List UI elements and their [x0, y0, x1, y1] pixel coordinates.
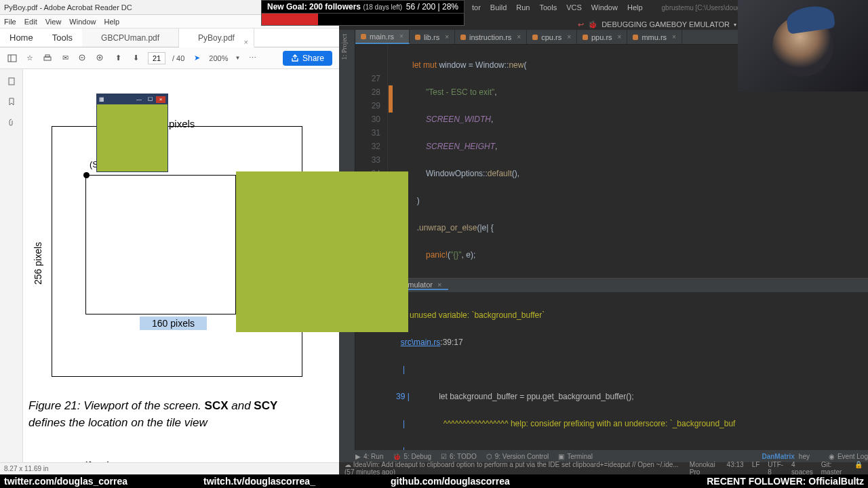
menu-run[interactable]: Run — [516, 3, 530, 12]
svg-rect-2 — [44, 57, 51, 60]
rust-file-icon — [633, 35, 638, 40]
menu-item[interactable]: tor — [472, 3, 481, 12]
chevron-down-icon[interactable]: ▾ — [734, 22, 736, 28]
tool-debug[interactable]: 🐞 5: Debug — [393, 453, 431, 460]
file-encoding[interactable]: UTF-8 — [768, 461, 783, 476]
github-link: github.com/douglascorrea — [391, 476, 510, 487]
caret-position[interactable]: 43:13 — [727, 461, 744, 476]
emulator-output-overlay — [236, 171, 408, 332]
svg-rect-9 — [9, 78, 14, 85]
close-icon[interactable]: × — [437, 281, 441, 289]
attachment-icon[interactable] — [6, 117, 17, 127]
tab-cpu-rs[interactable]: cpu.rs× — [527, 30, 577, 44]
rust-file-icon — [460, 35, 466, 40]
close-icon[interactable]: × — [243, 33, 248, 52]
stream-info-bar: twitter.com/douglas_correa twitch.tv/dou… — [0, 474, 868, 488]
twitch-link: twitch.tv/douglascorrea_ — [203, 476, 315, 487]
acrobat-toolbar: ☆ ✉ ⬆ ⬇ / 40 ➤ 200% ▼ ⋯ Share — [0, 47, 339, 69]
menu-build[interactable]: Build — [490, 3, 507, 12]
goal-days: (18 days left) — [363, 3, 402, 11]
git-branch[interactable]: Git: master — [821, 461, 846, 476]
doc-tab-pyboy[interactable]: PyBoy.pdf× — [179, 28, 254, 47]
close-icon[interactable]: × — [517, 30, 521, 45]
emulator-window-small[interactable]: ▦ — ☐ × — [96, 94, 168, 172]
star-icon[interactable]: ☆ — [24, 53, 35, 64]
run-config-label: DEBUGGING GAMEBOY EMULATOR — [601, 20, 730, 28]
bookmark-icon[interactable] — [6, 96, 17, 107]
zoom-in-icon[interactable] — [95, 53, 106, 64]
ide-statusbar: ☁ IdeaVim: Add ideaput to clipboard opti… — [339, 462, 868, 474]
tab-instruction-rs[interactable]: instruction.rs× — [455, 30, 527, 44]
chevron-down-icon[interactable]: ▼ — [235, 55, 241, 61]
tool-terminal[interactable]: ▣ Terminal — [558, 453, 593, 460]
tool-todo[interactable]: ☑ 6: TODO — [441, 453, 477, 460]
menu-vcs[interactable]: VCS — [566, 3, 582, 12]
zoom-out-icon[interactable] — [77, 53, 88, 64]
acrobat-tools-tab[interactable]: Tools — [43, 28, 82, 47]
close-icon[interactable]: × — [156, 96, 165, 103]
menu-file[interactable]: File — [4, 18, 16, 26]
tab-main-rs[interactable]: main.rs× — [355, 30, 410, 44]
zoom-level[interactable]: 200% — [209, 54, 228, 62]
page-input[interactable] — [148, 52, 165, 64]
goal-text: New Goal: 200 followers — [267, 2, 361, 12]
indent-setting[interactable]: 4 spaces — [791, 461, 813, 476]
doc-tab-label: PyBoy.pdf — [198, 33, 235, 43]
line-ending[interactable]: LF — [752, 461, 760, 476]
ideavim-tip: ☁ IdeaVim: Add ideaput to clipboard opti… — [344, 461, 680, 476]
page-down-icon[interactable]: ⬇ — [130, 53, 141, 64]
acrobat-home-tab[interactable]: Home — [0, 28, 43, 47]
recent-follower: RECENT FOLLOWER: OfficialBultz — [707, 476, 864, 487]
menu-tools[interactable]: Tools — [540, 3, 557, 12]
share-label: Share — [302, 54, 324, 63]
tab-lib-rs[interactable]: lib.rs× — [410, 30, 455, 44]
goal-count: 56 / 200 | 28% — [406, 2, 458, 12]
tab-mmu-rs[interactable]: mmu.rs× — [627, 30, 682, 44]
thumbnails-icon[interactable] — [6, 76, 17, 87]
menu-help[interactable]: Help — [627, 3, 643, 12]
close-icon[interactable]: × — [672, 30, 676, 45]
bottom-dimension-label: 160 pixels — [140, 317, 207, 330]
more-icon[interactable]: ⋯ — [247, 53, 258, 64]
theme-indicator[interactable]: Monokai Pro — [690, 461, 719, 476]
print-icon[interactable] — [42, 53, 53, 64]
tool-eventlog[interactable]: ◉ Event Log — [829, 453, 868, 460]
lock-icon[interactable]: 🔒 — [854, 461, 863, 476]
webcam-overlay — [738, 0, 868, 92]
close-icon[interactable]: × — [618, 30, 622, 45]
mail-icon[interactable]: ✉ — [60, 53, 71, 64]
goal-progress-bar — [261, 14, 465, 26]
tool-vcs[interactable]: ⬡ 9: Version Control — [486, 453, 549, 460]
share-button[interactable]: Share — [283, 51, 332, 66]
select-arrow-icon[interactable]: ➤ — [191, 53, 202, 64]
rust-file-icon — [415, 35, 420, 40]
back-icon[interactable]: ↩ — [578, 20, 584, 29]
page-total: / 40 — [172, 54, 184, 62]
acrobat-statusbar: 8.27 x 11.69 in — [0, 462, 339, 474]
project-tool-tab[interactable]: 1: Project — [339, 30, 349, 64]
sidebar-toggle-icon[interactable] — [7, 53, 18, 64]
minimize-icon[interactable]: — — [134, 96, 144, 103]
doc-tab-gbcpuman[interactable]: GBCPUman.pdf — [82, 28, 179, 47]
close-icon[interactable]: × — [399, 29, 403, 44]
menu-edit[interactable]: Edit — [24, 18, 37, 26]
svg-rect-3 — [45, 55, 50, 57]
follower-goal-widget: New Goal: 200 followers (18 days left) 5… — [261, 0, 465, 28]
close-icon[interactable]: × — [567, 30, 571, 45]
menu-window[interactable]: Window — [591, 3, 618, 12]
menu-window[interactable]: Window — [69, 18, 96, 26]
page-up-icon[interactable]: ⬆ — [113, 53, 123, 64]
game-window-icon: ▦ — [99, 96, 104, 102]
menu-help[interactable]: Help — [104, 18, 119, 26]
doc-tab-label: GBCPUman.pdf — [101, 33, 159, 43]
rust-file-icon — [361, 34, 366, 39]
maximize-icon[interactable]: ☐ — [145, 96, 155, 103]
tab-ppu-rs[interactable]: ppu.rs× — [577, 30, 627, 44]
rust-file-icon — [583, 35, 588, 40]
inner-rectangle — [85, 175, 236, 314]
stream-chat-line: DanMatrixhey — [762, 453, 809, 460]
menu-view[interactable]: View — [45, 18, 62, 26]
tool-run[interactable]: ▶ 4: Run — [355, 453, 383, 460]
close-icon[interactable]: × — [445, 30, 449, 45]
svg-rect-0 — [8, 55, 16, 62]
